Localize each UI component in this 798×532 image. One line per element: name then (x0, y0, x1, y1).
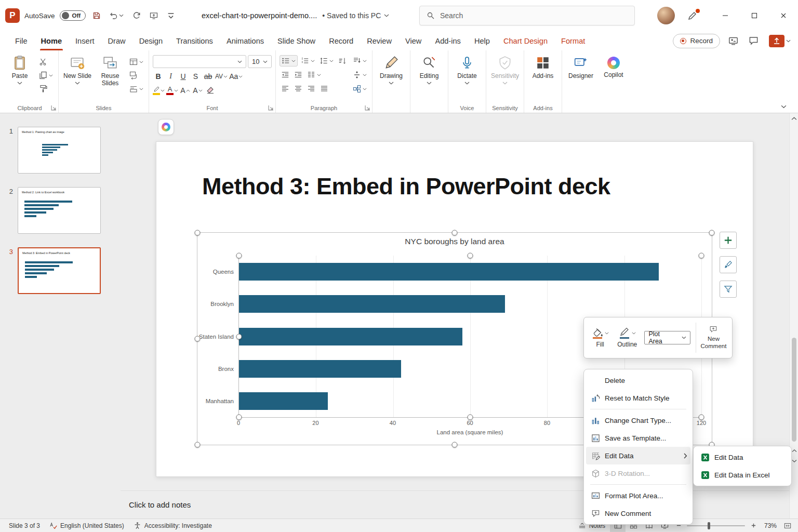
text-highlight-button[interactable] (153, 85, 165, 96)
chart-bar-staten-island[interactable] (239, 328, 462, 345)
ribbon-tab-home[interactable]: Home (34, 31, 69, 50)
align-text-button[interactable] (351, 69, 368, 81)
share-button[interactable] (767, 33, 793, 49)
justify-button[interactable] (318, 83, 330, 95)
chart-selection-handle[interactable] (195, 230, 201, 236)
powerpoint-logo-icon[interactable]: P (5, 8, 20, 23)
chart-title[interactable]: NYC boroughs by land area (197, 237, 712, 246)
language-button[interactable]: English (United States) (45, 519, 129, 532)
increase-font-size-button[interactable]: A (180, 85, 191, 96)
menu-item-edit-data[interactable]: Edit Data (586, 447, 690, 464)
undo-button[interactable] (108, 9, 126, 22)
quick-access-customize-button[interactable] (165, 9, 177, 22)
clipboard-dialog-launcher[interactable] (51, 105, 57, 111)
slide-indicator[interactable]: Slide 3 of 3 (4, 519, 45, 532)
close-button[interactable] (769, 0, 798, 31)
underline-button[interactable]: U (178, 71, 189, 82)
menu-item-format-plot-area[interactable]: Format Plot Area... (586, 487, 690, 504)
ribbon-tab-draw[interactable]: Draw (101, 31, 132, 50)
slide-layout-button[interactable] (128, 56, 145, 68)
chart-selection-handle[interactable] (452, 442, 458, 448)
plot-area-selection-handle[interactable] (699, 253, 704, 259)
ribbon-tab-animations[interactable]: Animations (220, 31, 271, 50)
plot-area-selection-handle[interactable] (468, 415, 473, 420)
chart-bar-brooklyn[interactable] (239, 295, 505, 313)
align-left-button[interactable] (280, 83, 291, 95)
plot-area-selection-handle[interactable] (468, 253, 473, 259)
menu-item-new-comment[interactable]: New Comment (586, 504, 690, 522)
ribbon-tab-slide-show[interactable]: Slide Show (271, 31, 322, 50)
submenu-item-edit-data[interactable]: Edit Data (696, 448, 789, 466)
ribbon-tab-chart-design[interactable]: Chart Design (497, 31, 554, 50)
font-dialog-launcher[interactable] (268, 105, 274, 111)
zoom-level[interactable]: 73% (760, 522, 781, 529)
ribbon-tab-record[interactable]: Record (322, 31, 360, 50)
menu-item-save-as-template[interactable]: Save as Template... (586, 429, 690, 447)
new-comment-button[interactable]: New Comment (698, 325, 729, 350)
clear-formatting-button[interactable] (205, 85, 216, 96)
chart-filters-button[interactable] (720, 281, 737, 298)
menu-item-delete[interactable]: Delete (586, 371, 690, 389)
editing-button[interactable]: Editing (414, 53, 444, 85)
slide-thumbnail-1[interactable]: Method 1: Pasting chart as image (18, 127, 101, 174)
slide-thumbnail-3[interactable]: Method 3: Embed in PowerPoint deck (18, 247, 101, 294)
menu-item-change-chart-type[interactable]: Change Chart Type... (586, 411, 690, 429)
align-right-button[interactable] (305, 83, 317, 95)
ribbon-tab-add-ins[interactable]: Add-ins (428, 31, 467, 50)
search-input[interactable]: Search (419, 6, 635, 25)
reuse-slides-button[interactable]: Reuse Slides (95, 53, 125, 87)
plot-area-selection-handle[interactable] (236, 415, 242, 420)
ribbon-tab-format[interactable]: Format (554, 31, 592, 50)
designer-button[interactable]: Designer (566, 53, 596, 80)
character-spacing-button[interactable]: AV (215, 71, 228, 82)
text-direction-button[interactable] (351, 55, 368, 66)
paste-button[interactable]: Paste (5, 53, 35, 85)
slide-thumbnail-2[interactable]: Method 2: Link to Excel workbook (18, 187, 101, 234)
scroll-up-icon[interactable] (791, 116, 797, 121)
convert-to-smartart-button[interactable] (351, 83, 368, 95)
zoom-slider[interactable] (687, 525, 745, 526)
font-color-button[interactable]: A (166, 85, 178, 96)
decrease-font-size-button[interactable]: A (192, 85, 203, 96)
ribbon-tab-view[interactable]: View (398, 31, 428, 50)
present-in-teams-button[interactable] (726, 34, 740, 48)
zoom-in-button[interactable] (747, 519, 760, 532)
ribbon-tab-help[interactable]: Help (468, 31, 497, 50)
notes-pane[interactable]: Click to add notes (129, 490, 191, 518)
chart-bar-bronx[interactable] (239, 360, 401, 378)
chart-elements-button[interactable] (720, 232, 737, 249)
save-button[interactable] (90, 9, 103, 22)
decrease-indent-button[interactable] (280, 69, 291, 81)
notes-placeholder[interactable]: Click to add notes (129, 500, 191, 509)
document-title[interactable]: excel-chart-to-powerpoint-demo.... (202, 11, 317, 20)
editor-pen-button[interactable] (685, 9, 699, 23)
collapse-ribbon-button[interactable] (781, 102, 787, 110)
reset-slide-button[interactable] (128, 70, 145, 81)
ribbon-tab-review[interactable]: Review (360, 31, 398, 50)
plot-area-selection-handle[interactable] (236, 253, 242, 259)
add-ins-button[interactable]: Add-ins (528, 53, 558, 80)
autosave-toggle[interactable]: Off (60, 10, 86, 21)
change-case-button[interactable]: Aa (229, 71, 243, 82)
chart-selection-handle[interactable] (452, 230, 458, 236)
slide-title[interactable]: Method 3: Embed in PowerPoint deck (202, 173, 732, 200)
chart-category-label[interactable]: Brooklyn (210, 301, 234, 307)
font-name-combobox[interactable] (153, 55, 246, 68)
plot-area-selection-handle[interactable] (699, 415, 704, 420)
chart-category-label[interactable]: Queens (213, 269, 234, 275)
ribbon-tab-insert[interactable]: Insert (69, 31, 101, 50)
sort-button[interactable] (337, 55, 348, 66)
chart-bar-queens[interactable] (239, 263, 659, 281)
zoom-slider-thumb[interactable] (708, 522, 710, 529)
redo-button[interactable] (130, 9, 143, 22)
accessibility-button[interactable]: Accessibility: Investigate (129, 519, 217, 532)
menu-item-reset-to-match-style[interactable]: Reset to Match Style (586, 389, 690, 407)
scrollbar-thumb[interactable] (792, 338, 796, 442)
maximize-button[interactable] (740, 0, 769, 31)
drawing-button[interactable]: Drawing (376, 53, 406, 85)
record-button[interactable]: Record (673, 34, 720, 48)
fill-button[interactable]: Fill (587, 327, 614, 348)
numbering-button[interactable] (299, 55, 316, 66)
chart-bar-manhattan[interactable] (239, 392, 328, 410)
chart-selection-handle[interactable] (195, 442, 201, 448)
